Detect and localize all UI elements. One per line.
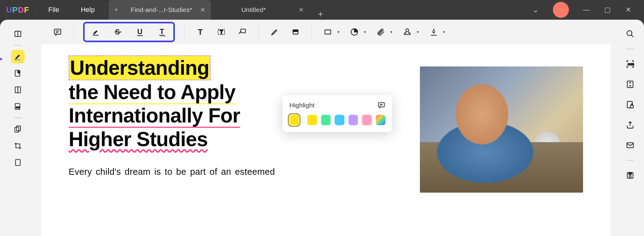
search-button[interactable]	[625, 28, 636, 39]
squiggly-icon: T	[158, 28, 167, 36]
document-page[interactable]: Understanding the Need to Apply Internat…	[41, 44, 611, 236]
tab-title: Find-and-...r-Studies*	[131, 6, 192, 14]
pages-icon	[14, 86, 22, 94]
reader-mode-button[interactable]	[11, 27, 25, 41]
svg-rect-20	[241, 29, 245, 33]
swatch-yellow-selected[interactable]	[289, 115, 299, 125]
swatch-green[interactable]	[321, 115, 331, 125]
pen-icon	[429, 28, 438, 36]
highlight-popup: Highlight	[283, 95, 392, 132]
pencil-icon	[270, 28, 279, 36]
underline-icon: U	[136, 28, 144, 36]
tab-close-icon[interactable]: ✕	[200, 6, 205, 14]
svg-text:T: T	[198, 28, 203, 36]
edit-page-icon	[14, 69, 22, 77]
close-button[interactable]: ✕	[625, 6, 632, 14]
attachment-button[interactable]	[374, 25, 388, 39]
maximize-button[interactable]: ▢	[604, 6, 611, 14]
main-area: S U T T T ▼ ▼ ▼ ▼ ▼ Understanding	[35, 20, 616, 236]
tab-second[interactable]: Untitled* ✕	[211, 0, 309, 20]
svg-point-26	[433, 30, 434, 32]
divider	[303, 115, 303, 125]
svg-rect-10	[54, 29, 61, 34]
swatch-yellow[interactable]	[307, 115, 317, 125]
comment-mode-button[interactable]	[11, 50, 25, 63]
chevron-down-icon[interactable]: ▼	[416, 30, 420, 34]
sticker-button[interactable]	[348, 25, 361, 39]
text-button[interactable]: T	[194, 25, 207, 39]
ocr-button[interactable]: OCR	[625, 58, 636, 70]
menu-help[interactable]: Help	[70, 6, 105, 14]
heading-highlighted-word[interactable]: Understanding	[69, 55, 211, 80]
divider	[312, 26, 312, 38]
search-icon	[626, 30, 634, 38]
stamp-button[interactable]	[400, 25, 414, 39]
svg-rect-11	[93, 35, 99, 35]
share-icon	[626, 121, 634, 129]
note-icon[interactable]	[377, 101, 385, 109]
shape-button[interactable]	[321, 25, 335, 39]
convert-icon	[626, 80, 634, 89]
fill-sign-button[interactable]	[11, 100, 25, 113]
tab-strip: ▼ Find-and-...r-Studies* ✕ Untitled* ✕ ＋	[109, 0, 332, 20]
eraser-icon	[291, 28, 300, 36]
protect-button[interactable]	[625, 99, 636, 110]
svg-rect-33	[630, 105, 633, 108]
svg-text:OCR: OCR	[628, 63, 634, 66]
swatch-blue[interactable]	[335, 115, 344, 125]
chevron-down-icon[interactable]: ▼	[443, 30, 446, 34]
color-swatches	[289, 115, 385, 125]
highlight-button[interactable]	[89, 25, 103, 39]
save-button[interactable]	[625, 170, 636, 181]
swatch-gradient[interactable]	[376, 115, 385, 125]
note-button[interactable]	[51, 25, 64, 39]
menu-file[interactable]: File	[38, 6, 70, 14]
callout-button[interactable]	[235, 25, 249, 39]
left-sidebar	[0, 20, 35, 236]
signature-button[interactable]	[427, 25, 441, 39]
popup-title: Highlight	[289, 102, 315, 109]
tab-add-button[interactable]: ＋	[309, 8, 332, 20]
swatch-pink[interactable]	[362, 115, 372, 125]
account-avatar[interactable]	[553, 2, 569, 18]
ocr-icon: OCR	[626, 60, 634, 68]
strikethrough-button[interactable]: S	[111, 25, 125, 39]
strikethrough-icon: S	[114, 28, 122, 36]
paperclip-icon	[376, 28, 385, 36]
tab-close-icon[interactable]: ✕	[299, 6, 304, 14]
crop-button[interactable]	[11, 139, 25, 153]
svg-rect-36	[629, 173, 631, 174]
eraser-button[interactable]	[289, 25, 302, 39]
squiggly-button[interactable]: T	[155, 25, 169, 39]
svg-point-29	[627, 31, 632, 36]
lock-file-icon	[626, 100, 634, 109]
underline-button[interactable]: U	[133, 25, 147, 39]
right-sidebar: OCR	[616, 20, 644, 236]
heading-line-4: Higher Studies	[69, 128, 208, 150]
svg-text:T: T	[160, 28, 164, 36]
more-button[interactable]	[11, 156, 25, 169]
callout-icon	[238, 28, 247, 36]
sticker-icon	[350, 28, 359, 36]
chevron-down-icon[interactable]: ▼	[390, 30, 393, 34]
convert-button[interactable]	[625, 79, 636, 90]
pencil-button[interactable]	[268, 25, 281, 39]
edit-mode-button[interactable]	[11, 66, 25, 80]
redact-icon	[14, 102, 22, 110]
annotation-toolbar: S U T T T ▼ ▼ ▼ ▼ ▼	[35, 20, 616, 44]
document-body: Every child's dream is to be part of an …	[69, 167, 401, 177]
minimize-button[interactable]: —	[583, 6, 590, 14]
chevron-down-icon[interactable]: ▼	[337, 30, 340, 34]
share-button[interactable]	[625, 119, 636, 130]
page-tools-button[interactable]	[11, 122, 25, 136]
email-button[interactable]	[625, 140, 636, 151]
chevron-down-icon[interactable]: ▼	[363, 30, 367, 34]
organize-mode-button[interactable]	[11, 83, 25, 97]
title-bar: UPDF File Help ▼ Find-and-...r-Studies* …	[0, 0, 644, 20]
svg-rect-9	[15, 159, 20, 166]
tab-active[interactable]: ▼ Find-and-...r-Studies* ✕	[109, 0, 211, 20]
textbox-button[interactable]: T	[215, 25, 228, 39]
swatch-purple[interactable]	[348, 115, 358, 125]
tab-menu-caret[interactable]: ▼	[114, 7, 119, 12]
chevron-down-icon[interactable]: ⌄	[533, 6, 539, 14]
